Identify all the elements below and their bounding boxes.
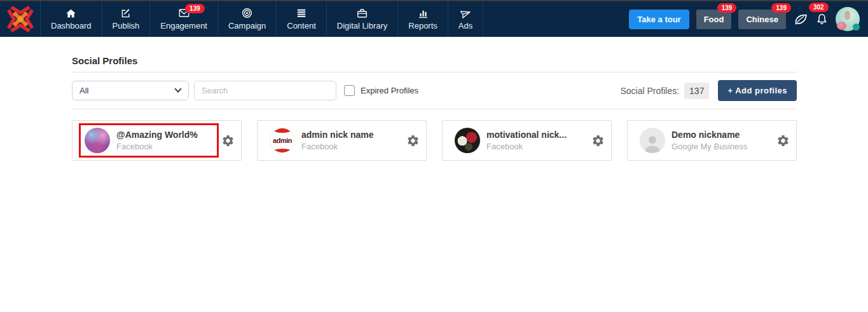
nav-label-engagement: Engagement [160,21,207,31]
profiles-count-label: Social Profiles: [620,86,679,96]
profile-card-body: Demo nickname Google My Business [634,123,774,158]
home-icon [65,8,76,18]
main-content: Social Profiles All Expired Profiles Soc… [0,55,868,161]
nav-item-content[interactable]: Content [277,1,327,37]
profiles-count-badge: 137 [684,83,709,99]
nav-label-reports: Reports [408,21,437,31]
nav-label-content: Content [287,21,316,31]
gear-icon[interactable] [776,134,790,147]
nav-item-digital-library[interactable]: Digital Library [327,1,398,37]
user-avatar[interactable] [836,7,860,31]
profile-card-admin[interactable]: admin admin nick name Facebook [257,120,427,161]
nav-label-ads: Ads [458,21,472,31]
profile-network: Facebook [301,142,374,151]
profile-text: @Amazing World% Facebook [116,130,198,151]
profile-avatar [85,128,110,153]
nav-item-publish[interactable]: Publish [102,1,151,37]
leaf-icon[interactable] [793,13,808,26]
gear-icon[interactable] [221,134,235,147]
profile-avatar-placeholder [640,128,665,153]
nav-item-reports[interactable]: Reports [398,1,448,37]
nav-item-engagement[interactable]: Engagement 139 [150,1,218,37]
online-status-dot [853,24,860,31]
starburst-logo-icon [6,5,34,33]
nav-label-campaign: Campaign [228,21,266,31]
main-nav: Dashboard Publish Engagement 139 Campaig… [41,1,483,37]
profile-name: @Amazing World% [116,130,198,140]
profile-text: Demo nickname Google My Business [672,130,747,151]
profile-type-select[interactable]: All [72,81,189,100]
nav-item-dashboard[interactable]: Dashboard [41,1,102,37]
food-button[interactable]: Food 139 [696,10,732,29]
notifications-count-badge: 302 [809,3,829,12]
profile-network: Google My Business [672,142,747,151]
profile-text: admin nick name Facebook [301,130,374,151]
profile-avatar: admin [270,128,295,153]
profile-card-demo[interactable]: Demo nickname Google My Business [627,120,797,161]
profile-network: Facebook [486,142,567,151]
nav-label-digital-library: Digital Library [337,21,387,31]
avatar-text: admin [273,137,292,144]
profile-network: Facebook [116,142,198,151]
profile-card-highlight: @Amazing World% Facebook [79,123,219,158]
food-count-badge: 139 [717,3,737,13]
take-a-tour-button[interactable]: Take a tour [629,10,689,29]
chinese-count-badge: 139 [771,3,791,13]
filter-toolbar: All Expired Profiles Social Profiles: 13… [72,72,797,109]
top-navbar: Dashboard Publish Engagement 139 Campaig… [0,0,868,37]
profile-name: admin nick name [301,130,374,140]
gear-icon[interactable] [591,134,605,147]
add-profiles-button[interactable]: + Add profiles [718,80,797,101]
search-input[interactable] [194,81,336,100]
nav-label-dashboard: Dashboard [51,21,92,31]
gear-icon[interactable] [406,134,420,147]
profile-name: motivational nick... [486,130,567,140]
expired-profiles-checkbox[interactable] [344,85,355,96]
nav-item-ads[interactable]: Ads [448,1,483,37]
profile-card-body: admin admin nick name Facebook [264,123,404,158]
engagement-count-badge: 139 [185,4,205,13]
paper-plane-icon [460,8,471,18]
profile-avatar [455,128,480,153]
briefcase-icon [357,8,368,18]
list-icon [296,8,307,18]
nav-label-publish: Publish [113,21,140,31]
profile-cards-grid: @Amazing World% Facebook admin admin nic… [72,120,797,161]
brand-logo[interactable] [0,1,41,37]
chinese-button[interactable]: Chinese 139 [738,10,786,29]
person-icon [642,133,663,153]
profile-name: Demo nickname [672,130,747,140]
navbar-right-group: Take a tour Food 139 Chinese 139 302 [629,1,868,37]
edit-icon [121,8,131,18]
page-title: Social Profiles [72,55,797,66]
bar-chart-icon [418,8,429,18]
nav-item-campaign[interactable]: Campaign [218,1,277,37]
food-button-label: Food [704,15,724,24]
chinese-button-label: Chinese [746,15,778,24]
profile-card-body: motivational nick... Facebook [449,123,589,158]
profile-card-motivational[interactable]: motivational nick... Facebook [442,120,612,161]
bell-icon[interactable]: 302 [815,13,829,25]
expired-profiles-label: Expired Profiles [361,86,418,95]
target-icon [242,8,252,18]
profile-text: motivational nick... Facebook [486,130,567,151]
profile-card-amazing-world[interactable]: @Amazing World% Facebook [72,120,242,161]
profile-type-select-control[interactable]: All [72,81,189,100]
